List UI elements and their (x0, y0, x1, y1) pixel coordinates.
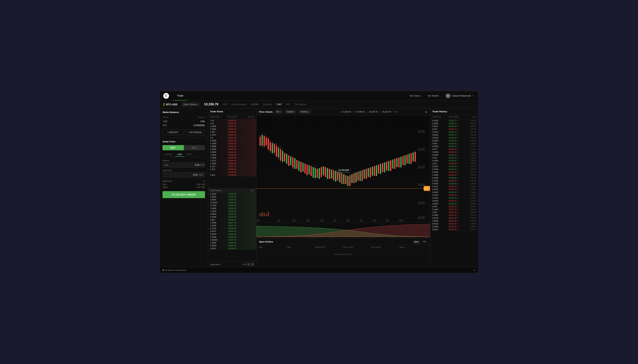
market-tab[interactable]: MARKET (163, 152, 175, 157)
place-order-button[interactable]: PLACE BUY ORDER (163, 191, 205, 198)
candlestick-chart[interactable]: $10,425 $10,400 $10,375 $10,350 $10,325 … (256, 115, 430, 222)
deposit-button[interactable]: + DEPOSIT (163, 130, 183, 135)
limit-price-label: Limit Price (163, 169, 205, 172)
buy-tab[interactable]: BUY (163, 145, 184, 150)
limit-tab[interactable]: LIMIT (175, 152, 184, 157)
sell-order-row[interactable]: 0.068810342.15- (208, 145, 256, 148)
max-label[interactable]: Max (165, 164, 168, 166)
trade-row: 0.004710338.05 ↗9:50:02 (430, 125, 478, 128)
overlay-control[interactable]: Overlay ▾ (299, 110, 311, 114)
svg-text:$10,280: $10,280 (310, 236, 315, 238)
buy-order-row[interactable]: 0.102210326.50- (208, 227, 256, 230)
change-label: 24h price (263, 103, 272, 106)
trade-row: 0.344210338.05 ↗9:48:54 (430, 196, 478, 200)
sell-order-row[interactable]: 0.592210344.30- (208, 128, 256, 130)
sell-order-row[interactable]: 0.104710343.75- (208, 134, 256, 136)
nav-tab-trade[interactable]: Trade (173, 91, 187, 100)
sell-order-row[interactable]: 0.100010342.65- (208, 142, 256, 145)
timeframe-control[interactable]: 5m ▾ (275, 110, 283, 114)
buy-order-row[interactable]: 0.002110324.50- (208, 247, 256, 250)
trade-row: 0.007610335.00 ↗9:49:02 (430, 188, 478, 191)
buy-order-row[interactable]: 6.000010325.25- (208, 244, 256, 247)
spread-label: USD Spread (210, 189, 221, 192)
sell-order-row[interactable]: 3.000010339.25- (208, 162, 256, 165)
svg-rect-73 (335, 171, 336, 182)
withdraw-button[interactable]: + WITHDRAW (185, 130, 205, 135)
buy-order-row[interactable]: 0.099910329.25- (208, 213, 256, 216)
svg-text:3:00: 3:00 (306, 219, 310, 222)
sell-order-row[interactable]: 0.600010341.80- (208, 151, 256, 154)
sell-order-row[interactable]: 1.000010340.65- (208, 154, 256, 156)
limit-price-input[interactable] (165, 174, 198, 176)
buy-order-row[interactable]: 25.300010333.00- (208, 201, 256, 204)
buy-order-row[interactable]: 0.00110328.15- (208, 218, 256, 221)
aggregation-decrease[interactable]: − (247, 263, 250, 266)
trade-row: 0.007610336.13 ↗9:49:48 (430, 130, 478, 134)
my-wallets-button[interactable]: My Wallets (426, 93, 441, 98)
chart-type-control[interactable]: Candle ▾ (285, 110, 296, 114)
svg-rect-97 (378, 164, 379, 174)
svg-text:8:00: 8:00 (373, 219, 376, 222)
advanced-row[interactable]: Advanced ▾ (163, 179, 205, 183)
stop-tab[interactable]: STOP (184, 152, 194, 157)
market-select[interactable]: Select Market ▾ (182, 102, 200, 106)
ob-col-market-size: Market Size (210, 116, 225, 118)
buy-order-row[interactable]: 0.759910332.90- (208, 204, 256, 207)
ob-col-price: Price (USD) (225, 116, 240, 118)
open-orders-tabs: Open Fills (413, 240, 427, 244)
settings-gear-icon[interactable]: ⚙ (473, 269, 475, 272)
sell-order-row[interactable]: 3.1410344.45- (208, 119, 256, 122)
tab-fills[interactable]: Fills (421, 240, 427, 244)
buy-order-row[interactable]: 2.500010334.95- (208, 196, 256, 198)
svg-rect-40 (290, 156, 291, 165)
amount-input[interactable] (169, 164, 200, 166)
buy-order-row[interactable]: 1.000010327.95- (208, 221, 256, 224)
buy-order-row[interactable]: 0.404510335.05- (208, 192, 256, 196)
sell-order-row[interactable]: 0.0110344.40- (208, 122, 256, 125)
buy-order-row[interactable]: 0.002310326.40- (208, 233, 256, 236)
left-panel: Wallet Balance Asset Amount USD 0.00 (160, 108, 208, 267)
sell-order-row[interactable]: 2.000010341.95- (208, 148, 256, 151)
buy-order-row[interactable]: 1.000010325.45- (208, 241, 256, 244)
sell-order-row[interactable]: 5.60110336.30- (208, 174, 256, 176)
sell-order-row[interactable]: 2.41410336.55- (208, 168, 256, 171)
svg-rect-50 (304, 164, 306, 174)
sell-order-row[interactable]: 0.13210337.35- (208, 165, 256, 168)
buy-order-row[interactable]: 0.100010327.25- (208, 224, 256, 227)
logo[interactable]: C (163, 93, 169, 99)
trade-row: 0.00710338.42 ↗9:45:35 (430, 148, 478, 151)
buy-order-row[interactable]: 3.026810329.00- (208, 216, 256, 218)
sell-order-row[interactable]: 10336.35- (208, 171, 256, 174)
sell-tab[interactable]: SELL (184, 145, 205, 150)
buy-order-row[interactable]: 0.0500010325.75- (208, 238, 256, 241)
tab-open[interactable]: Open (413, 240, 420, 244)
chart-expand[interactable]: ▶ (425, 110, 427, 113)
aggregation-increase[interactable]: + (251, 263, 254, 266)
oo-col-status: Status (399, 246, 427, 248)
sell-order-row[interactable]: 0.510342.90- (208, 136, 256, 139)
user-menu[interactable]: SN Satoshi Nakamoto ▾ (444, 92, 475, 99)
btc-icon: ₿ (163, 103, 165, 106)
buy-order-row[interactable]: 0.616810326.30- (208, 236, 256, 238)
buy-order-row[interactable]: 1.290410329.35- (208, 210, 256, 213)
my-orders-button[interactable]: My Orders (407, 93, 423, 98)
trade-row: 0.005410338.46 ↗9:49:20 (430, 159, 478, 162)
depth-chart: -300 300 $10,180 $10,230 $10,280 $10,330… (256, 222, 430, 238)
sell-order-row[interactable]: 0.759910340.35- (208, 156, 256, 159)
svg-rect-95 (374, 166, 375, 176)
svg-text:$10,325: $10,325 (418, 201, 425, 204)
wallet-balance-title: Wallet Balance (163, 111, 205, 114)
sell-order-row[interactable]: 1.437110340.00- (208, 159, 256, 162)
wallet-table: Asset Amount USD 0.00 BTC 0.00000000 (163, 115, 205, 128)
sell-order-row[interactable]: 1.00710344.05- (208, 130, 256, 134)
sell-order-row[interactable]: 0.299910344.35- (208, 125, 256, 128)
order-form-title: Order Form (163, 140, 205, 143)
buy-order-row[interactable]: 0.098410333.50- (208, 198, 256, 201)
ob-header: Order Book (208, 108, 256, 115)
svg-text:2:00: 2:00 (292, 219, 295, 222)
svg-rect-52 (308, 165, 310, 174)
buy-order-row[interactable]: 3.000010331.00- (208, 207, 256, 210)
buy-order-row[interactable]: 0.003710326.45- (208, 230, 256, 233)
sell-order-row[interactable]: 2.000010342.85- (208, 139, 256, 142)
fee-value: 0.00 USD (196, 183, 205, 186)
